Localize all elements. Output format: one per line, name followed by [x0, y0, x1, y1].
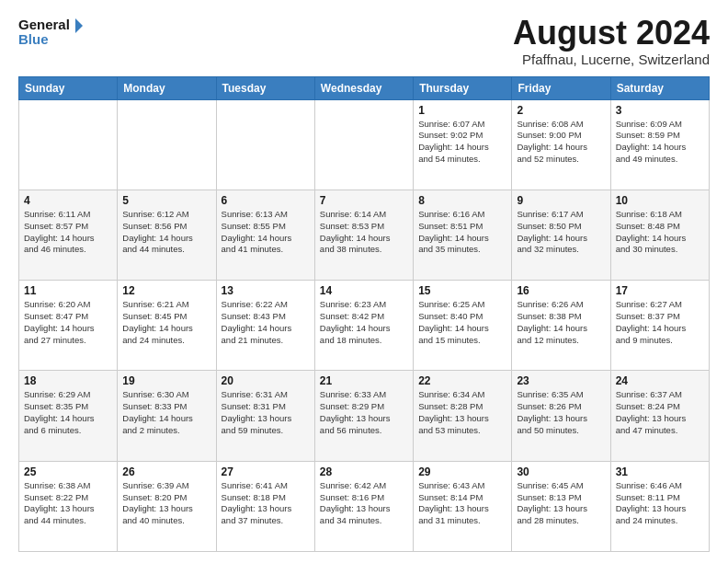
day-cell: 5Sunrise: 6:12 AM Sunset: 8:56 PM Daylig… — [118, 190, 216, 280]
day-cell: 19Sunrise: 6:30 AM Sunset: 8:33 PM Dayli… — [118, 371, 216, 461]
header-monday: Monday — [118, 76, 216, 99]
day-number: 22 — [418, 374, 506, 387]
day-number: 24 — [616, 374, 704, 387]
day-cell: 13Sunrise: 6:22 AM Sunset: 8:43 PM Dayli… — [216, 281, 314, 371]
day-info: Sunrise: 6:22 AM Sunset: 8:43 PM Dayligh… — [222, 299, 310, 346]
day-number: 31 — [616, 465, 704, 478]
week-row-2: 4Sunrise: 6:11 AM Sunset: 8:57 PM Daylig… — [19, 190, 710, 280]
svg-text:Blue: Blue — [18, 31, 49, 47]
day-number: 13 — [222, 284, 310, 297]
week-row-4: 18Sunrise: 6:29 AM Sunset: 8:35 PM Dayli… — [19, 371, 710, 461]
day-number: 26 — [122, 465, 210, 478]
day-info: Sunrise: 6:17 AM Sunset: 8:50 PM Dayligh… — [517, 209, 605, 256]
subtitle: Pfaffnau, Lucerne, Switzerland — [513, 52, 710, 67]
day-number: 30 — [517, 465, 605, 478]
day-number: 12 — [122, 284, 210, 297]
week-row-5: 25Sunrise: 6:38 AM Sunset: 8:22 PM Dayli… — [19, 461, 710, 551]
day-info: Sunrise: 6:27 AM Sunset: 8:37 PM Dayligh… — [616, 299, 704, 346]
day-cell: 29Sunrise: 6:43 AM Sunset: 8:14 PM Dayli… — [414, 461, 512, 551]
day-cell: 12Sunrise: 6:21 AM Sunset: 8:45 PM Dayli… — [118, 281, 216, 371]
day-info: Sunrise: 6:34 AM Sunset: 8:28 PM Dayligh… — [418, 389, 506, 436]
day-cell: 1Sunrise: 6:07 AM Sunset: 9:02 PM Daylig… — [414, 99, 512, 190]
day-number: 7 — [320, 194, 408, 207]
day-number: 25 — [24, 465, 112, 478]
day-cell: 28Sunrise: 6:42 AM Sunset: 8:16 PM Dayli… — [314, 461, 413, 551]
day-cell: 16Sunrise: 6:26 AM Sunset: 8:38 PM Dayli… — [512, 281, 610, 371]
day-number: 9 — [517, 194, 605, 207]
day-cell: 21Sunrise: 6:33 AM Sunset: 8:29 PM Dayli… — [314, 371, 413, 461]
day-info: Sunrise: 6:26 AM Sunset: 8:38 PM Dayligh… — [517, 299, 605, 346]
day-cell: 4Sunrise: 6:11 AM Sunset: 8:57 PM Daylig… — [19, 190, 118, 280]
day-cell: 15Sunrise: 6:25 AM Sunset: 8:40 PM Dayli… — [414, 281, 512, 371]
day-info: Sunrise: 6:23 AM Sunset: 8:42 PM Dayligh… — [320, 299, 408, 346]
day-cell: 3Sunrise: 6:09 AM Sunset: 8:59 PM Daylig… — [610, 99, 709, 190]
day-number: 17 — [616, 284, 704, 297]
day-number: 20 — [222, 374, 310, 387]
day-number: 10 — [616, 194, 704, 207]
day-info: Sunrise: 6:37 AM Sunset: 8:24 PM Dayligh… — [616, 389, 704, 436]
day-info: Sunrise: 6:18 AM Sunset: 8:48 PM Dayligh… — [616, 209, 704, 256]
day-number: 28 — [320, 465, 408, 478]
day-cell: 17Sunrise: 6:27 AM Sunset: 8:37 PM Dayli… — [610, 281, 709, 371]
day-info: Sunrise: 6:16 AM Sunset: 8:51 PM Dayligh… — [418, 209, 506, 256]
day-info: Sunrise: 6:08 AM Sunset: 9:00 PM Dayligh… — [517, 119, 605, 166]
day-info: Sunrise: 6:25 AM Sunset: 8:40 PM Dayligh… — [418, 299, 506, 346]
header-wednesday: Wednesday — [314, 76, 413, 99]
day-info: Sunrise: 6:39 AM Sunset: 8:20 PM Dayligh… — [122, 480, 210, 527]
day-info: Sunrise: 6:38 AM Sunset: 8:22 PM Dayligh… — [24, 480, 112, 527]
week-row-3: 11Sunrise: 6:20 AM Sunset: 8:47 PM Dayli… — [19, 281, 710, 371]
day-number: 11 — [24, 284, 112, 297]
day-info: Sunrise: 6:07 AM Sunset: 9:02 PM Dayligh… — [418, 119, 506, 166]
day-number: 27 — [222, 465, 310, 478]
day-info: Sunrise: 6:42 AM Sunset: 8:16 PM Dayligh… — [320, 480, 408, 527]
day-number: 8 — [418, 194, 506, 207]
day-number: 6 — [222, 194, 310, 207]
svg-marker-2 — [75, 18, 83, 33]
day-cell: 25Sunrise: 6:38 AM Sunset: 8:22 PM Dayli… — [19, 461, 118, 551]
day-info: Sunrise: 6:11 AM Sunset: 8:57 PM Dayligh… — [24, 209, 112, 256]
day-cell — [118, 99, 216, 190]
logo: General Blue — [18, 15, 83, 50]
day-cell: 6Sunrise: 6:13 AM Sunset: 8:55 PM Daylig… — [216, 190, 314, 280]
day-info: Sunrise: 6:13 AM Sunset: 8:55 PM Dayligh… — [222, 209, 310, 256]
day-number: 2 — [517, 104, 605, 117]
day-cell: 11Sunrise: 6:20 AM Sunset: 8:47 PM Dayli… — [19, 281, 118, 371]
day-cell — [314, 99, 413, 190]
day-cell: 7Sunrise: 6:14 AM Sunset: 8:53 PM Daylig… — [314, 190, 413, 280]
day-number: 29 — [418, 465, 506, 478]
day-number: 14 — [320, 284, 408, 297]
day-info: Sunrise: 6:46 AM Sunset: 8:11 PM Dayligh… — [616, 480, 704, 527]
day-info: Sunrise: 6:14 AM Sunset: 8:53 PM Dayligh… — [320, 209, 408, 256]
title-block: August 2024 Pfaffnau, Lucerne, Switzerla… — [513, 15, 710, 67]
day-cell — [19, 99, 118, 190]
day-info: Sunrise: 6:30 AM Sunset: 8:33 PM Dayligh… — [122, 389, 210, 436]
day-cell: 8Sunrise: 6:16 AM Sunset: 8:51 PM Daylig… — [414, 190, 512, 280]
day-info: Sunrise: 6:41 AM Sunset: 8:18 PM Dayligh… — [222, 480, 310, 527]
day-info: Sunrise: 6:29 AM Sunset: 8:35 PM Dayligh… — [24, 389, 112, 436]
day-cell: 31Sunrise: 6:46 AM Sunset: 8:11 PM Dayli… — [610, 461, 709, 551]
header-friday: Friday — [512, 76, 610, 99]
day-cell: 14Sunrise: 6:23 AM Sunset: 8:42 PM Dayli… — [314, 281, 413, 371]
header-saturday: Saturday — [610, 76, 709, 99]
day-info: Sunrise: 6:35 AM Sunset: 8:26 PM Dayligh… — [517, 389, 605, 436]
day-number: 4 — [24, 194, 112, 207]
day-cell: 9Sunrise: 6:17 AM Sunset: 8:50 PM Daylig… — [512, 190, 610, 280]
day-cell: 26Sunrise: 6:39 AM Sunset: 8:20 PM Dayli… — [118, 461, 216, 551]
calendar-table: SundayMondayTuesdayWednesdayThursdayFrid… — [18, 76, 710, 552]
page: General Blue August 2024 Pfaffnau, Lucer… — [0, 0, 728, 563]
day-number: 5 — [122, 194, 210, 207]
header-tuesday: Tuesday — [216, 76, 314, 99]
day-number: 23 — [517, 374, 605, 387]
day-info: Sunrise: 6:09 AM Sunset: 8:59 PM Dayligh… — [616, 119, 704, 166]
day-cell: 24Sunrise: 6:37 AM Sunset: 8:24 PM Dayli… — [610, 371, 709, 461]
day-cell: 27Sunrise: 6:41 AM Sunset: 8:18 PM Dayli… — [216, 461, 314, 551]
day-cell: 20Sunrise: 6:31 AM Sunset: 8:31 PM Dayli… — [216, 371, 314, 461]
day-cell: 23Sunrise: 6:35 AM Sunset: 8:26 PM Dayli… — [512, 371, 610, 461]
day-cell: 10Sunrise: 6:18 AM Sunset: 8:48 PM Dayli… — [610, 190, 709, 280]
day-info: Sunrise: 6:20 AM Sunset: 8:47 PM Dayligh… — [24, 299, 112, 346]
day-cell: 2Sunrise: 6:08 AM Sunset: 9:00 PM Daylig… — [512, 99, 610, 190]
header: General Blue August 2024 Pfaffnau, Lucer… — [18, 15, 710, 67]
logo-svg: General Blue — [18, 15, 83, 50]
calendar-header-row: SundayMondayTuesdayWednesdayThursdayFrid… — [19, 76, 710, 99]
day-info: Sunrise: 6:12 AM Sunset: 8:56 PM Dayligh… — [122, 209, 210, 256]
